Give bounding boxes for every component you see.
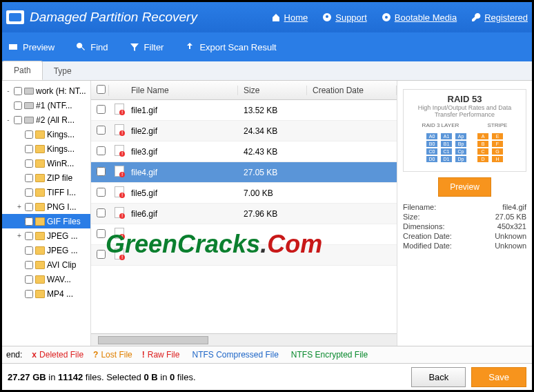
save-button[interactable]: Save: [471, 367, 526, 387]
toolbar-preview[interactable]: Preview: [8, 41, 55, 52]
tree-label: WinR...: [47, 159, 74, 168]
file-row[interactable]: file5.gif7.00 KB: [91, 183, 397, 204]
tree-label: JPEG ...: [47, 231, 78, 241]
tree-checkbox[interactable]: [25, 246, 33, 255]
tree-checkbox[interactable]: [25, 145, 33, 153]
tree-label: GIF Files: [47, 217, 81, 226]
tree-label: TIFF I...: [47, 188, 76, 197]
file-icon: [115, 124, 124, 135]
horizontal-scrollbar[interactable]: [91, 333, 397, 346]
toolbar-find[interactable]: Find: [75, 41, 108, 52]
legend-item: xDeleted File: [32, 350, 83, 360]
file-name: file1.gif: [126, 106, 238, 115]
header-link-support[interactable]: Support: [322, 12, 367, 23]
tree-node[interactable]: -#2 (All R...: [2, 112, 90, 127]
folder-icon: [35, 290, 45, 298]
select-all-checkbox[interactable]: [97, 85, 106, 94]
disk-icon: [24, 88, 34, 95]
tree-checkbox[interactable]: [25, 261, 33, 269]
toolbar-export[interactable]: Export Scan Result: [184, 41, 276, 52]
tree-checkbox[interactable]: [25, 188, 33, 197]
file-row[interactable]: file4.gif27.05 KB: [91, 162, 397, 183]
folder-icon: [35, 246, 45, 255]
tree-label: AVI Clip: [47, 260, 76, 270]
tree-checkbox[interactable]: [25, 203, 33, 211]
header-link-home[interactable]: Home: [270, 12, 308, 23]
file-size: 42.43 KB: [238, 147, 307, 157]
tree-node[interactable]: +JPEG ...: [2, 228, 90, 243]
file-size: 13.52 KB: [238, 106, 307, 115]
file-checkbox[interactable]: [97, 146, 106, 155]
column-size[interactable]: Size: [238, 86, 307, 95]
preview-button[interactable]: Preview: [438, 177, 491, 197]
file-row[interactable]: file6.gif27.96 KB: [91, 204, 397, 224]
legend-item: ?Lost File: [93, 350, 132, 360]
header-link-disc[interactable]: Bootable Media: [381, 12, 457, 23]
tree-node[interactable]: Kings...: [2, 127, 90, 141]
tree-checkbox[interactable]: [25, 174, 33, 182]
tree-node[interactable]: TIFF I...: [2, 185, 90, 199]
tree-checkbox[interactable]: [25, 217, 33, 226]
tree-node[interactable]: WinR...: [2, 156, 90, 170]
tree-checkbox[interactable]: [14, 116, 22, 124]
file-row[interactable]: [91, 245, 397, 266]
file-row[interactable]: file3.gif42.43 KB: [91, 141, 397, 162]
tree-node[interactable]: Kings...: [2, 141, 90, 156]
column-filename[interactable]: File Name: [126, 86, 238, 95]
tree-node[interactable]: AVI Clip: [2, 257, 90, 272]
tree-node[interactable]: #1 (NTF...: [2, 98, 90, 112]
meta-row: Dimensions:450x321: [403, 222, 526, 231]
file-row[interactable]: file1.gif13.52 KB: [91, 100, 397, 121]
tree-checkbox[interactable]: [25, 159, 33, 168]
tree-node[interactable]: GIF Files: [2, 214, 90, 228]
file-list-header: File Name Size Creation Date: [91, 81, 397, 100]
folder-icon: [35, 232, 45, 240]
tree-checkbox[interactable]: [25, 275, 33, 284]
tree-node[interactable]: +PNG I...: [2, 199, 90, 214]
tab-path[interactable]: Path: [2, 61, 43, 80]
file-size: 27.96 KB: [238, 209, 307, 219]
file-icon: [115, 248, 124, 259]
legend-item: NTFS Compressed File: [189, 350, 278, 360]
tree-checkbox[interactable]: [25, 232, 33, 240]
folder-icon: [35, 174, 45, 182]
file-checkbox[interactable]: [97, 229, 106, 238]
tree-checkbox[interactable]: [14, 87, 22, 95]
tree-node[interactable]: -work (H: NT...: [2, 84, 90, 98]
status-text: 27.27 GB in 11142 files. Selected 0 B in…: [8, 372, 196, 382]
status-bar: 27.27 GB in 11142 files. Selected 0 B in…: [2, 364, 532, 390]
tree-checkbox[interactable]: [25, 130, 33, 139]
toolbar-filter[interactable]: Filter: [129, 41, 164, 52]
tree-label: ZIP file: [47, 173, 72, 183]
file-name: file6.gif: [126, 209, 238, 219]
file-icon: [115, 207, 124, 218]
tree-node[interactable]: MP4 ...: [2, 286, 90, 301]
folder-icon: [35, 145, 45, 153]
tab-type[interactable]: Type: [43, 62, 83, 80]
file-checkbox[interactable]: [97, 167, 106, 176]
file-row[interactable]: file2.gif24.34 KB: [91, 121, 397, 141]
tree-label: WAV...: [47, 275, 71, 284]
file-row[interactable]: [91, 224, 397, 245]
tree-node[interactable]: WAV...: [2, 272, 90, 286]
file-checkbox[interactable]: [97, 208, 106, 217]
tree-node[interactable]: ZIP file: [2, 170, 90, 185]
folder-tree[interactable]: -work (H: NT...#1 (NTF...-#2 (All R...Ki…: [2, 81, 90, 346]
tree-label: #2 (All R...: [36, 115, 75, 125]
folder-icon: [35, 159, 45, 168]
tree-checkbox[interactable]: [25, 290, 33, 298]
file-checkbox[interactable]: [97, 188, 106, 197]
file-checkbox[interactable]: [97, 105, 106, 114]
tree-label: #1 (NTF...: [36, 101, 72, 110]
file-name: file2.gif: [126, 126, 238, 136]
folder-icon: [35, 275, 45, 284]
disk-icon: [24, 117, 34, 124]
file-checkbox[interactable]: [97, 250, 106, 259]
back-button[interactable]: Back: [411, 367, 466, 387]
tree-checkbox[interactable]: [14, 101, 22, 110]
tree-node[interactable]: JPEG ...: [2, 243, 90, 257]
header-link-key[interactable]: Registered: [471, 12, 528, 23]
file-checkbox[interactable]: [97, 126, 106, 135]
preview-panel: RAID 53 High Input/Output Rates and Data…: [397, 81, 532, 346]
column-date[interactable]: Creation Date: [307, 86, 397, 95]
